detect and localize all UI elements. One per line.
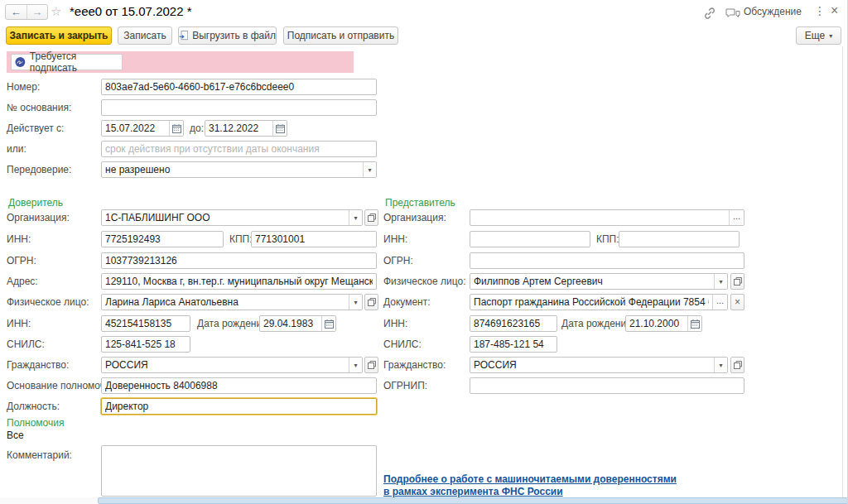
principal-snils-input[interactable] xyxy=(102,337,190,352)
rep-person-inn-input[interactable] xyxy=(470,316,556,331)
substitution-field[interactable]: ▾ xyxy=(101,161,377,178)
number-field[interactable] xyxy=(101,79,377,95)
rep-document-input[interactable] xyxy=(470,295,712,310)
rep-snils-field[interactable] xyxy=(470,336,557,353)
rep-org-field[interactable]: ... xyxy=(470,209,744,226)
principal-person-inn-field[interactable] xyxy=(101,315,190,332)
principal-person-inn-input[interactable] xyxy=(102,316,190,331)
dropdown-button[interactable]: ▾ xyxy=(714,358,727,372)
substitution-input[interactable] xyxy=(102,162,363,177)
open-citizenship-button[interactable] xyxy=(364,357,378,373)
rep-ogrn-field[interactable] xyxy=(470,252,744,269)
discussion-label[interactable]: Обсуждение xyxy=(744,3,802,20)
back-button[interactable]: ← xyxy=(6,5,27,19)
discussion-button[interactable] xyxy=(725,8,740,22)
number-input[interactable] xyxy=(102,79,376,94)
rep-inn-input[interactable] xyxy=(470,232,590,247)
principal-address-field[interactable] xyxy=(101,273,377,290)
calendar-icon-button[interactable] xyxy=(687,316,701,331)
principal-snils-field[interactable] xyxy=(101,336,190,353)
rep-org-input[interactable] xyxy=(470,210,729,225)
rep-person-input[interactable] xyxy=(470,274,714,289)
principal-citizenship-input[interactable] xyxy=(102,358,349,372)
rep-citizenship-input[interactable] xyxy=(470,358,714,372)
principal-position-input[interactable] xyxy=(102,399,376,414)
open-rep-person-button[interactable] xyxy=(730,273,744,290)
rep-ogrnip-field[interactable] xyxy=(470,377,744,394)
valid-to-input[interactable] xyxy=(205,121,272,136)
valid-to-field[interactable] xyxy=(205,120,287,137)
rep-birth-field[interactable] xyxy=(625,315,702,332)
principal-ogrn-field[interactable] xyxy=(101,252,377,269)
valid-from-input[interactable] xyxy=(102,121,169,136)
principal-birth-field[interactable] xyxy=(259,315,336,332)
comment-textarea[interactable] xyxy=(101,445,377,497)
copy-link-button[interactable] xyxy=(703,7,716,22)
principal-position-label: Должность: xyxy=(7,398,60,415)
principal-org-input[interactable] xyxy=(102,210,349,225)
rep-citizenship-field[interactable]: ▾ xyxy=(470,357,728,373)
calendar-icon-button[interactable] xyxy=(321,316,335,331)
principal-kpp-field[interactable] xyxy=(251,231,377,247)
rep-snils-input[interactable] xyxy=(470,337,556,352)
dropdown-button[interactable]: ▾ xyxy=(349,210,362,225)
calendar-icon-button[interactable] xyxy=(272,121,287,136)
principal-inn-input[interactable] xyxy=(102,232,223,247)
open-in-form-icon xyxy=(734,361,742,369)
principal-position-field[interactable] xyxy=(101,398,377,415)
dropdown-button[interactable]: ▾ xyxy=(349,358,362,372)
rep-document-field[interactable]: ... xyxy=(470,294,728,310)
favorite-star-icon[interactable]: ☆ xyxy=(51,4,61,19)
rep-birth-input[interactable] xyxy=(626,316,687,331)
forward-button[interactable]: → xyxy=(27,5,48,19)
close-button[interactable]: × xyxy=(831,3,838,18)
principal-authority-input[interactable] xyxy=(102,378,376,393)
rep-person-inn-field[interactable] xyxy=(470,315,557,332)
more-button[interactable]: Еще ▾ xyxy=(796,26,841,45)
principal-inn-field[interactable] xyxy=(101,231,224,247)
principal-kpp-input[interactable] xyxy=(252,232,376,247)
principal-address-input[interactable] xyxy=(102,274,376,289)
open-org-button[interactable] xyxy=(364,209,378,226)
choose-button[interactable]: ... xyxy=(712,295,727,310)
horizontal-scrollbar xyxy=(0,497,848,504)
calendar-icon xyxy=(691,319,700,329)
principal-authority-field[interactable] xyxy=(101,377,377,394)
rep-inn-field[interactable] xyxy=(470,231,590,247)
choose-button[interactable]: ... xyxy=(729,210,744,225)
open-person-button[interactable] xyxy=(364,294,378,310)
mchd-info-link[interactable]: Подробнее о работе с машиночитаемыми дов… xyxy=(383,473,677,498)
sign-send-label: Подписать и отправить xyxy=(287,30,394,41)
save-close-button[interactable]: Записать и закрыть xyxy=(6,26,112,45)
open-rep-citizenship-button[interactable] xyxy=(730,357,744,373)
rep-kpp-field[interactable] xyxy=(619,231,740,247)
clear-document-button[interactable]: × xyxy=(730,294,744,310)
or-term-field[interactable] xyxy=(101,141,377,157)
rep-ogrnip-input[interactable] xyxy=(470,378,744,393)
rep-person-label: Физическое лицо: xyxy=(383,273,465,290)
menu-dots-button[interactable]: ⋮ xyxy=(814,4,826,17)
dropdown-button[interactable]: ▾ xyxy=(363,162,376,177)
or-term-input[interactable] xyxy=(102,142,376,156)
sign-required-button[interactable]: Требуется подписать xyxy=(11,54,123,70)
valid-from-field[interactable] xyxy=(101,120,184,137)
export-file-button[interactable]: Выгрузить в файл xyxy=(178,26,277,45)
principal-birth-input[interactable] xyxy=(260,316,321,331)
rep-ogrn-input[interactable] xyxy=(470,253,744,268)
principal-org-field[interactable]: ▾ xyxy=(101,209,363,226)
sign-send-button[interactable]: Подписать и отправить xyxy=(283,26,398,45)
save-button[interactable]: Записать xyxy=(118,26,172,45)
horizontal-scrollbar-thumb[interactable] xyxy=(98,497,848,504)
rep-kpp-input[interactable] xyxy=(619,232,739,247)
principal-person-field[interactable]: ▾ xyxy=(101,294,363,310)
rep-person-field[interactable]: ▾ xyxy=(470,273,728,290)
dropdown-button[interactable]: ▾ xyxy=(714,274,727,289)
principal-person-input[interactable] xyxy=(102,295,349,310)
rep-ogrn-label: ОГРН: xyxy=(383,252,413,269)
principal-ogrn-input[interactable] xyxy=(102,253,376,268)
principal-citizenship-field[interactable]: ▾ xyxy=(101,357,363,373)
calendar-icon-button[interactable] xyxy=(169,121,183,136)
dropdown-button[interactable]: ▾ xyxy=(349,295,362,310)
basis-number-field[interactable] xyxy=(101,99,377,116)
basis-number-input[interactable] xyxy=(102,100,376,115)
